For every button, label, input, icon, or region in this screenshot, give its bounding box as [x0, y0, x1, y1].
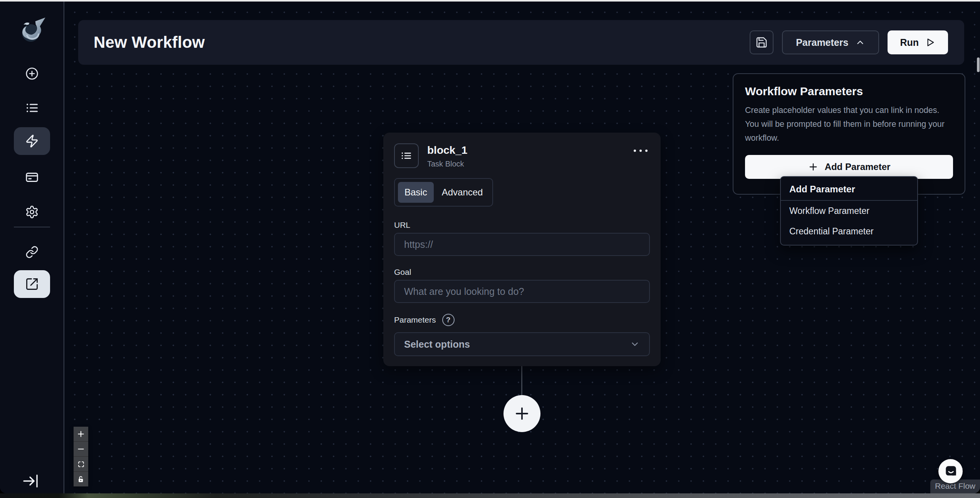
list-icon — [25, 101, 39, 115]
add-parameter-button[interactable]: Add Parameter — [745, 155, 953, 179]
app-window: New Workflow Parameters Run — [0, 2, 980, 493]
create-new-button[interactable] — [22, 64, 42, 84]
play-icon — [925, 37, 936, 48]
window-top-edge — [0, 0, 980, 2]
add-parameter-menu: Add Parameter Workflow Parameter Credent… — [780, 176, 918, 246]
parameters-toggle-button[interactable]: Parameters — [782, 30, 879, 54]
parameters-label: Parameters — [394, 315, 436, 325]
expand-sidebar-button[interactable] — [22, 472, 40, 490]
parameters-button-label: Parameters — [796, 37, 848, 48]
external-link-icon — [25, 277, 39, 291]
lock-toggle-button[interactable] — [74, 472, 88, 486]
add-node-button[interactable] — [503, 395, 540, 432]
zoom-out-button[interactable] — [74, 442, 88, 456]
add-parameter-button-label: Add Parameter — [825, 162, 891, 172]
sidebar-item-billing[interactable] — [22, 167, 42, 187]
save-button[interactable] — [750, 30, 774, 54]
goal-input[interactable] — [394, 280, 650, 303]
zoom-in-button[interactable] — [74, 427, 88, 441]
unlock-icon — [77, 476, 85, 483]
workflow-header: New Workflow Parameters Run — [78, 20, 964, 65]
goal-label: Goal — [394, 268, 650, 277]
chevron-up-icon — [855, 37, 865, 47]
plus-icon — [77, 430, 85, 438]
sidebar-item-share[interactable] — [14, 270, 50, 298]
sidebar — [0, 2, 64, 493]
sidebar-item-settings[interactable] — [22, 202, 42, 222]
panel-description: Create placeholder values that you can l… — [745, 103, 953, 145]
chat-bubble-icon — [943, 464, 958, 479]
plus-circle-icon — [25, 67, 39, 81]
block-name: block_1 — [427, 144, 467, 156]
tab-basic[interactable]: Basic — [398, 182, 434, 203]
task-block-node[interactable]: block_1 Task Block Basic Advanced URL Go… — [383, 133, 661, 366]
run-button[interactable]: Run — [888, 30, 948, 54]
canvas-controls — [74, 427, 88, 486]
url-label: URL — [394, 220, 650, 230]
run-button-label: Run — [900, 37, 919, 48]
block-mode-tabs: Basic Advanced — [394, 178, 493, 207]
sidebar-item-workflows[interactable] — [14, 127, 50, 155]
chat-widget-button[interactable] — [938, 459, 963, 483]
menu-item-workflow-parameter[interactable]: Workflow Parameter — [781, 201, 917, 221]
block-type-label: Task Block — [427, 160, 467, 168]
menu-header: Add Parameter — [781, 177, 917, 200]
minus-icon — [77, 445, 85, 453]
help-icon[interactable]: ? — [442, 314, 455, 326]
sidebar-item-integrations[interactable] — [22, 242, 42, 262]
gear-icon — [25, 205, 39, 219]
scrollbar-thumb[interactable] — [977, 57, 980, 72]
plus-icon — [512, 404, 532, 424]
sidebar-item-runs[interactable] — [22, 98, 42, 118]
sidebar-divider — [14, 227, 50, 227]
arrow-right-to-line-icon — [22, 472, 40, 490]
fit-view-button[interactable] — [74, 457, 88, 471]
chevron-down-icon — [630, 339, 640, 349]
menu-item-credential-parameter[interactable]: Credential Parameter — [781, 221, 917, 242]
url-input[interactable] — [394, 233, 650, 256]
page-title: New Workflow — [94, 33, 205, 52]
tab-advanced[interactable]: Advanced — [435, 182, 490, 203]
block-options-menu-button[interactable] — [631, 147, 650, 154]
list-icon — [400, 150, 413, 162]
plus-icon — [808, 162, 819, 172]
block-type-icon-box — [394, 143, 419, 168]
parameters-select-value: Select options — [404, 339, 470, 350]
panel-title: Workflow Parameters — [745, 85, 953, 98]
desktop-edge-strip — [0, 493, 980, 498]
credit-card-icon — [25, 170, 39, 184]
lightning-icon — [25, 134, 39, 148]
node-connector-edge — [521, 366, 522, 395]
link-icon — [25, 246, 39, 259]
skyvern-logo — [17, 15, 47, 45]
fit-view-icon — [77, 461, 85, 468]
save-icon — [755, 36, 768, 49]
parameters-select[interactable]: Select options — [394, 332, 650, 356]
